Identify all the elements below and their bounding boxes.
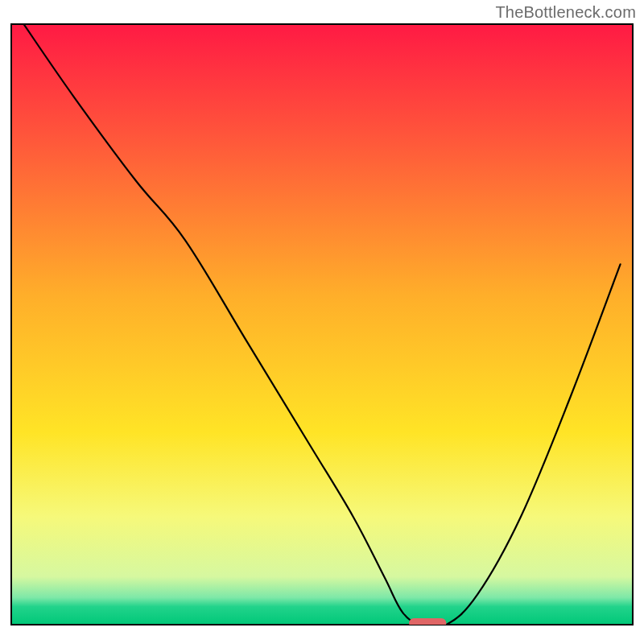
- watermark-label: TheBottleneck.com: [495, 3, 636, 22]
- gradient-background: [11, 24, 633, 625]
- chart-container: TheBottleneck.com: [0, 0, 644, 644]
- optimal-marker: [409, 618, 446, 628]
- bottleneck-chart: [0, 0, 644, 644]
